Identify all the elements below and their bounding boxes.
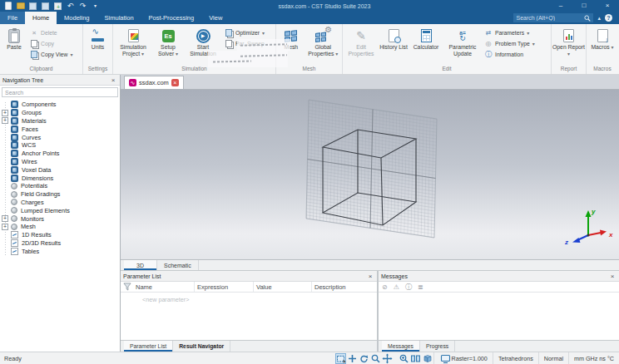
new-parameter-row[interactable]: <new parameter> [121,293,377,303]
tree-search-input[interactable] [5,90,115,96]
tree-item[interactable]: Faces [0,125,120,133]
tree-item[interactable]: Anchor Points [0,150,120,158]
information-button[interactable]: ⓘ Information [484,50,535,58]
tree-item[interactable]: Wires [0,158,120,166]
tree-item[interactable]: Charges [0,199,120,207]
tree-item[interactable]: Dimensions [0,174,120,182]
info-icon[interactable]: ⓘ [405,283,412,292]
paste-button[interactable]: Paste [1,25,27,65]
column-name[interactable]: Name [133,282,195,292]
tree-item[interactable]: 2D/3D Results [0,239,120,248]
maximize-button[interactable]: □ [572,0,596,12]
tab-result-navigator[interactable]: Result Navigator [173,341,230,352]
expand-icon[interactable] [2,224,8,230]
tab-modeling[interactable]: Modeling [57,12,97,24]
tree-item[interactable]: WCS [0,141,120,150]
close-icon[interactable]: × [366,273,374,280]
copy-button[interactable]: Copy [30,39,72,47]
tab-file[interactable]: File [0,12,25,24]
minimize-button[interactable]: – [549,0,572,12]
tree-item[interactable]: Mesh [0,223,120,231]
tab-progress[interactable]: Progress [420,341,455,352]
warning-icon[interactable]: ⚠ [394,283,399,291]
tab-view[interactable]: View [201,12,230,24]
import-icon[interactable]: + [53,2,62,11]
split-view-icon[interactable] [410,353,421,364]
new-file-icon[interactable] [3,2,12,11]
zoom-in-icon[interactable] [399,353,409,364]
filter-funnel-icon[interactable] [121,283,133,291]
cube-view-icon[interactable] [422,353,433,364]
search-input[interactable] [516,15,584,21]
filter-list-icon[interactable]: ≣ [418,283,423,291]
open-file-icon[interactable] [16,2,25,11]
expand-icon[interactable] [2,110,8,116]
save-as-icon[interactable] [41,2,50,11]
zoom-select-icon[interactable] [335,353,346,364]
tab-home[interactable]: Home [25,12,57,24]
pan-icon[interactable] [382,353,393,364]
close-icon[interactable]: × [109,76,117,84]
help-icon[interactable]: ? [605,14,612,22]
expand-icon[interactable] [2,117,8,124]
materials-icon [11,117,18,125]
collapse-ribbon-icon[interactable]: ▴ [597,15,601,22]
3d-viewport[interactable]: y x z [121,90,619,259]
mode-status[interactable]: Normal [538,352,568,364]
zoom-lasso-icon[interactable] [370,353,381,364]
tree-item[interactable]: Components [0,101,120,109]
tab-simulation[interactable]: Simulation [97,12,141,24]
close-icon[interactable]: × [608,273,617,280]
optimizer-button[interactable]: Optimizer ▾ [225,28,265,37]
tree-item[interactable]: Lumped Elements [0,206,120,214]
column-description[interactable]: Description [312,282,377,292]
setup-solver-button[interactable]: Es Setup Solver ▾ [152,25,184,65]
edit-properties-button[interactable]: ✎ Edit Properties [344,25,379,65]
simulation-project-button[interactable]: Simulation Project ▾ [114,25,152,65]
raster-status[interactable]: Raster=1.000 [433,352,493,364]
open-report-button[interactable]: Open Report ▾ [552,25,585,65]
tree-item[interactable]: Monitors [0,214,120,223]
customize-toolbar-icon[interactable]: ▾ [91,2,100,11]
tree-item[interactable]: Voxel Data [0,165,120,174]
column-expression[interactable]: Expression [195,282,254,292]
save-icon[interactable] [28,2,37,11]
parametric-update-button[interactable]: a=↻ Parametric Update [443,25,482,65]
chevron-down-icon: ▾ [335,52,338,57]
tree-item[interactable]: 1D Results [0,231,120,239]
tree-item[interactable]: Curves [0,133,120,141]
close-button[interactable]: × [596,0,619,12]
column-value[interactable]: Value [254,282,312,292]
units-status[interactable]: mm GHz ns °C [568,352,619,364]
clear-icon[interactable]: ⊘ [382,283,388,291]
rotate-icon[interactable] [359,353,369,364]
tab-3d[interactable]: 3D [124,260,157,270]
tree-item[interactable]: Materials [0,117,120,125]
history-list-button[interactable]: History List [379,25,409,65]
ribbon-search-box[interactable] [513,13,593,22]
redo-icon[interactable]: ↷ [78,2,87,11]
document-tab[interactable]: ∿ ssdax.com × [124,76,184,89]
move-icon[interactable] [347,353,358,364]
close-document-icon[interactable]: × [171,79,179,86]
problem-type-button[interactable]: ◎ Problem Type ▾ [484,39,535,47]
parameters-button[interactable]: ⇄ Parameters ▾ [484,28,535,37]
tab-messages[interactable]: Messages [382,341,420,352]
undo-icon[interactable]: ↶ [66,2,75,11]
tree-item[interactable]: Tables [0,247,120,255]
copy-view-button[interactable]: Copy View ▾ [30,50,72,58]
tree-item[interactable]: Potentials [0,182,120,190]
expand-icon[interactable] [2,215,8,222]
mesh-type-status[interactable]: Tetrahedrons [493,352,538,364]
tab-post-processing[interactable]: Post-Processing [141,12,202,24]
tree-search-box[interactable] [2,87,118,97]
delete-button[interactable]: × Delete [30,28,72,37]
tree-item[interactable]: Groups [0,109,120,117]
macros-button[interactable]: ↓ Macros ▾ [587,25,617,65]
units-button[interactable]: ∿ Units [84,25,111,65]
tab-schematic[interactable]: Schematic [157,260,199,270]
tree-item[interactable]: Field Gradings [0,190,120,199]
calculator-button[interactable]: Calculator [409,25,443,65]
tab-parameter-list[interactable]: Parameter List [124,341,173,352]
global-properties-button[interactable]: ⚙ Global Properties ▾ [305,25,341,65]
